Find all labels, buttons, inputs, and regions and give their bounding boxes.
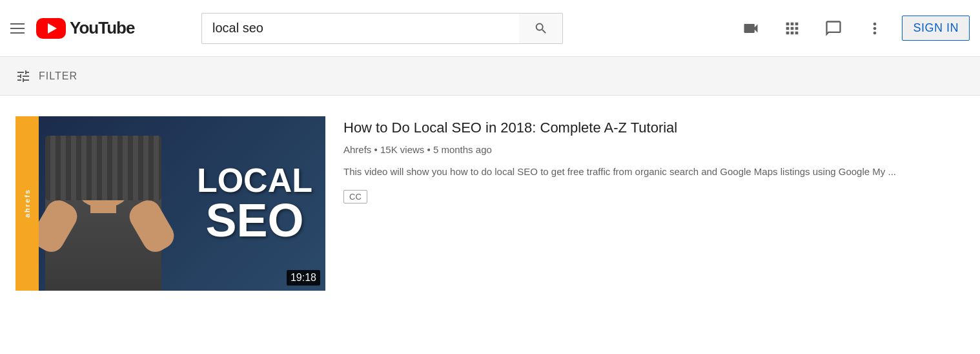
search-button[interactable] xyxy=(519,13,563,44)
more-vert-icon xyxy=(866,19,884,37)
hamburger-menu-button[interactable] xyxy=(10,23,25,34)
apps-grid-icon xyxy=(783,19,801,37)
filter-label[interactable]: FILTER xyxy=(39,70,77,82)
apps-grid-button[interactable] xyxy=(778,14,806,43)
create-video-button[interactable] xyxy=(737,14,765,43)
meta-separator-2: • xyxy=(427,144,433,155)
youtube-logo[interactable]: YouTube xyxy=(36,18,134,39)
video-views: 15K views xyxy=(380,144,424,155)
thumbnail-local-text: LOCAL xyxy=(197,163,312,197)
youtube-logo-text: YouTube xyxy=(70,18,134,38)
video-result-item: ahrefs xyxy=(15,116,965,291)
search-container xyxy=(201,13,563,44)
filter-icon xyxy=(15,68,31,84)
messages-button[interactable] xyxy=(819,14,848,43)
video-meta: Ahrefs • 15K views • 5 months ago xyxy=(343,144,965,155)
youtube-play-icon xyxy=(36,18,66,39)
filter-bar: FILTER xyxy=(0,57,980,96)
video-duration: 19:18 xyxy=(287,270,320,286)
more-options-button[interactable] xyxy=(861,14,889,43)
header-right-icons: SIGN IN xyxy=(737,14,970,43)
thumbnail-text-block: LOCAL SEO xyxy=(197,163,312,244)
cc-badge: CC xyxy=(343,190,367,203)
video-thumbnail[interactable]: ahrefs xyxy=(15,116,325,291)
message-icon xyxy=(824,19,842,37)
video-channel[interactable]: Ahrefs xyxy=(343,144,371,155)
video-description: This video will show you how to do local… xyxy=(343,164,899,180)
search-icon xyxy=(534,21,548,36)
header: YouTube xyxy=(0,0,980,57)
sign-in-button[interactable]: SIGN IN xyxy=(902,16,970,41)
video-uploaded: 5 months ago xyxy=(433,144,492,155)
channel-sidebar-text: ahrefs xyxy=(23,189,31,218)
thumbnail-orange-bar: ahrefs xyxy=(15,116,39,291)
meta-separator-1: • xyxy=(374,144,380,155)
video-title[interactable]: How to Do Local SEO in 2018: Complete A-… xyxy=(343,119,965,138)
thumbnail-seo-text: SEO xyxy=(197,197,312,244)
search-input[interactable] xyxy=(201,13,519,44)
video-info: How to Do Local SEO in 2018: Complete A-… xyxy=(343,116,965,203)
video-camera-icon xyxy=(742,19,760,37)
results-container: ahrefs xyxy=(0,96,980,311)
